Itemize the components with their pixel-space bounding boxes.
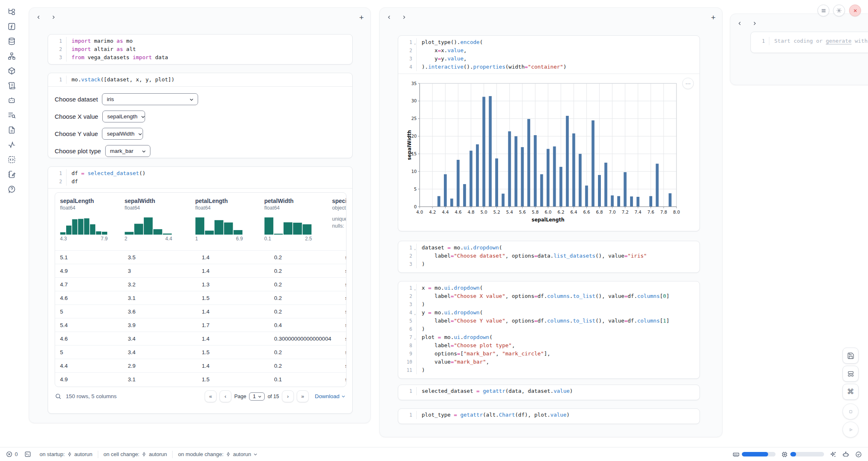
code-line[interactable]: 1selected_dataset = getattr(data, datase… xyxy=(398,387,699,395)
code-square-icon[interactable] xyxy=(7,155,16,164)
first-page-button[interactable]: « xyxy=(205,390,217,402)
file-text-icon[interactable] xyxy=(7,126,16,134)
code-line[interactable]: 1plot_type = getattr(alt.Chart(df), plot… xyxy=(398,411,699,419)
function-square-icon[interactable] xyxy=(7,22,16,31)
chart-more-options-button[interactable]: ⋯ xyxy=(682,78,694,89)
connection-status-button[interactable] xyxy=(855,451,862,458)
code-line[interactable]: 6) xyxy=(398,325,699,333)
on-cell-change-setting[interactable]: on cell change: autorun xyxy=(104,451,167,457)
ai-sparkles-button[interactable] xyxy=(829,451,837,458)
code-line[interactable]: 2 label="Choose dataset", options=data.l… xyxy=(398,252,699,260)
column1-next-button[interactable] xyxy=(51,14,56,20)
column2-prev-button[interactable] xyxy=(386,14,392,20)
code-line[interactable]: 3 y=y.value, xyxy=(398,55,699,63)
code-line[interactable]: 2 x=x.value, xyxy=(398,46,699,55)
dropdown-choose-plot-type[interactable]: mark_bar xyxy=(105,145,150,157)
column-header-petalWidth[interactable]: petalWidthfloat640.12.5 xyxy=(264,198,332,250)
dropdown-choose-y-value[interactable]: sepalWidth xyxy=(102,128,143,140)
activity-icon[interactable] xyxy=(7,141,16,149)
code-editor-xyplot[interactable]: 1⌄x = mo.ui.dropdown(2 label="Choose X v… xyxy=(398,281,699,377)
column2-next-button[interactable] xyxy=(401,14,407,20)
next-page-button[interactable]: › xyxy=(282,390,294,402)
package-icon[interactable] xyxy=(7,67,16,75)
table-row: 4.63.41.40.30000000000000004setosa xyxy=(55,332,346,345)
code-line[interactable]: 10 value="mark_bar", xyxy=(398,358,699,366)
cpu-usage-indicator[interactable] xyxy=(781,451,824,458)
code-line[interactable]: 9 options=["mark_bar", "mark_circle"], xyxy=(398,350,699,358)
file-tree-icon[interactable] xyxy=(7,7,16,16)
column1-prev-button[interactable] xyxy=(36,14,42,20)
error-count-button[interactable]: 0 xyxy=(6,451,18,458)
column-header-sepalWidth[interactable]: sepalWidthfloat6424.4 xyxy=(125,198,195,250)
code-editor-imports[interactable]: 1import marimo as mo2import altair as al… xyxy=(48,35,352,64)
run-button[interactable] xyxy=(843,422,859,438)
network-icon[interactable] xyxy=(7,52,16,60)
save-button[interactable] xyxy=(843,348,859,364)
column-header-sepalLength[interactable]: sepalLengthfloat644.37.9 xyxy=(60,198,125,250)
line-number: 2 xyxy=(398,292,417,300)
column1-add-cell-button[interactable]: + xyxy=(359,14,364,21)
help-circle-icon[interactable] xyxy=(7,185,16,194)
code-line[interactable]: 3) xyxy=(398,300,699,309)
code-line[interactable]: 1mo.vstack([dataset, x, y, plot]) xyxy=(48,76,352,84)
layout-toggle-button[interactable] xyxy=(843,366,859,382)
code-line[interactable]: 1df = selected_dataset() xyxy=(48,169,352,177)
code-line[interactable]: 2 label="Choose X value", options=df.col… xyxy=(398,292,699,300)
generate-with-ai-link[interactable]: generate xyxy=(826,38,852,44)
stop-button[interactable] xyxy=(843,403,859,420)
dropdown-choose-x-value[interactable]: sepalLength xyxy=(102,111,145,122)
code-line[interactable]: 3) xyxy=(398,260,699,268)
code-line[interactable]: 2import altair as alt xyxy=(48,45,352,53)
code-line[interactable]: 5 label="Choose Y value", options=df.col… xyxy=(398,317,699,325)
code-editor-vstack[interactable]: 1mo.vstack([dataset, x, y, plot]) xyxy=(48,73,352,87)
on-startup-setting[interactable]: on startup: autorun xyxy=(39,451,92,457)
code-line[interactable]: 4⌄y = mo.ui.dropdown( xyxy=(398,309,699,317)
code-line[interactable]: 1⌄x = mo.ui.dropdown( xyxy=(398,284,699,292)
code-line[interactable]: 4).interactive().properties(width="conta… xyxy=(398,63,699,71)
assistant-bot-button[interactable] xyxy=(842,451,850,458)
dropdown-choose-dataset[interactable]: iris xyxy=(102,93,198,105)
column3-next-button[interactable] xyxy=(752,21,757,26)
code-line[interactable]: 2df xyxy=(48,177,352,186)
column-header-petalLength[interactable]: petalLengthfloat6416.9 xyxy=(195,198,264,250)
table-search-icon[interactable] xyxy=(55,393,62,400)
code-editor-dataset[interactable]: 1⌄dataset = mo.ui.dropdown(2 label="Choo… xyxy=(398,241,699,271)
list-search-icon[interactable] xyxy=(7,111,16,120)
last-page-button[interactable]: » xyxy=(297,390,309,402)
download-button[interactable]: Download xyxy=(315,393,346,399)
shutdown-close-button[interactable] xyxy=(849,5,861,16)
code-editor-dataframe[interactable]: 1df = selected_dataset()2df xyxy=(48,167,352,189)
scroll-text-icon[interactable] xyxy=(7,81,16,90)
keyboard-shortcuts-button[interactable]: ⌘ xyxy=(843,384,859,400)
code-line[interactable]: 1⌄plot_type().encode( xyxy=(398,38,699,46)
code-editor-selected-dataset[interactable]: 1selected_dataset = getattr(data, datase… xyxy=(398,385,699,397)
code-line[interactable]: 1import marimo as mo xyxy=(48,37,352,45)
table-row: 4.63.11.50.2setosa xyxy=(55,291,346,304)
column2-add-cell-button[interactable]: + xyxy=(711,14,716,21)
database-icon[interactable] xyxy=(7,37,16,46)
bot-message-icon[interactable] xyxy=(7,96,16,105)
code-editor-plot[interactable]: 1⌄plot_type().encode(2 x=x.value,3 y=y.v… xyxy=(398,36,699,74)
code-line[interactable]: 1 Start coding or generate with AI xyxy=(751,37,868,45)
editor-placeholder[interactable]: Start coding or generate with AI xyxy=(769,37,868,45)
svg-text:7.4: 7.4 xyxy=(635,210,642,214)
table-row: 5.43.91.70.4setosa xyxy=(55,318,346,332)
column3-prev-button[interactable] xyxy=(737,21,743,26)
on-module-change-setting[interactable]: on module change: autorun xyxy=(178,451,258,457)
memory-usage-indicator[interactable] xyxy=(732,451,776,458)
code-line[interactable]: 7⌄plot = mo.ui.dropdown( xyxy=(398,333,699,341)
code-line[interactable]: 8 label="Choose plot type", xyxy=(398,341,699,350)
column-header-species[interactable]: speciesobjectunique:nulls: xyxy=(332,198,346,250)
code-editor-plot-type[interactable]: 1plot_type = getattr(alt.Chart(df), plot… xyxy=(398,409,699,421)
menu-button[interactable] xyxy=(817,5,829,16)
code-line[interactable]: 1⌄dataset = mo.ui.dropdown( xyxy=(398,244,699,252)
settings-gear-button[interactable] xyxy=(833,5,845,16)
terminal-button[interactable] xyxy=(24,451,31,458)
altair-bar-chart[interactable]: 4.04.24.44.64.85.05.25.45.65.86.06.26.46… xyxy=(407,79,687,223)
code-line[interactable]: 3from vega_datasets import data xyxy=(48,53,352,62)
prev-page-button[interactable]: ‹ xyxy=(219,390,231,402)
code-line[interactable]: 11) xyxy=(398,366,699,374)
notebook-pen-icon[interactable] xyxy=(7,170,16,179)
table-row: 53.61.40.2setosa xyxy=(55,304,346,318)
page-select[interactable]: 1 xyxy=(249,392,265,401)
